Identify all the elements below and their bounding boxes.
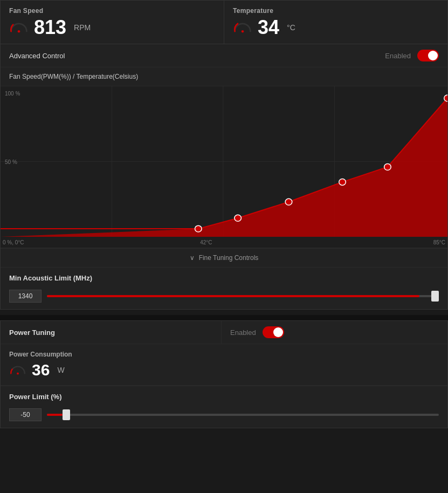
power-tuning-label: Power Tuning — [1, 323, 221, 342]
power-tuning-enabled-cell: Enabled — [221, 321, 447, 344]
toggle-knob — [428, 51, 438, 60]
x-label-right: 85°C — [433, 239, 445, 245]
chart-point — [235, 215, 242, 221]
chart-point — [444, 95, 447, 101]
x-label-middle: 42°C — [200, 239, 212, 245]
power-value-number: 36 — [32, 362, 50, 378]
chart-point — [195, 225, 202, 232]
fine-tuning-row[interactable]: ∨ Fine Tuning Controls — [1, 248, 447, 267]
y-label-100: 100 % — [5, 91, 20, 97]
min-acoustic-thumb[interactable] — [431, 291, 439, 302]
power-limit-track[interactable] — [47, 414, 439, 416]
power-tuning-toggle[interactable] — [263, 326, 284, 338]
chevron-down-icon: ∨ — [190, 254, 195, 262]
temperature-gauge-icon — [233, 18, 252, 37]
power-limit-thumb[interactable] — [63, 409, 70, 420]
power-consumption-value: 36 W — [9, 361, 439, 379]
chart-svg — [1, 86, 447, 248]
svg-point-1 — [242, 30, 244, 33]
power-tuning-status: Enabled — [230, 328, 256, 337]
power-toggle-knob — [273, 327, 283, 337]
y-label-50: 50 % — [5, 159, 17, 165]
svg-point-0 — [18, 30, 20, 33]
min-acoustic-title: Min Acoustic Limit (MHz) — [9, 274, 439, 282]
power-limit-section: Power Limit (%) -50 — [1, 386, 447, 428]
temperature-label: Temperature — [233, 7, 439, 15]
advanced-control-status: Enabled — [385, 52, 411, 60]
advanced-control-right: Enabled — [385, 50, 439, 61]
chart-title: Fan Speed(PWM(%)) / Temperature(Celsius) — [1, 67, 447, 86]
fan-speed-value: 813 RPM — [9, 18, 215, 37]
temperature-value: 34 °C — [233, 18, 439, 37]
fan-speed-label: Fan Speed — [9, 7, 215, 15]
power-tuning-section: Power Tuning Enabled Power Consumption 3… — [0, 320, 448, 428]
fan-speed-number: 813 — [34, 18, 66, 37]
chart-fill — [1, 98, 447, 237]
min-acoustic-value: 1340 — [9, 290, 42, 303]
power-gauge-icon — [9, 361, 26, 379]
min-acoustic-section: Min Acoustic Limit (MHz) 1340 — [1, 267, 447, 309]
temperature-unit: °C — [287, 23, 295, 32]
power-tuning-header: Power Tuning Enabled — [1, 321, 447, 344]
chart-point — [285, 198, 292, 205]
advanced-control-label: Advanced Control — [9, 52, 385, 60]
fan-curve-chart[interactable]: 100 % 50 % 0 %, 0°C 42°C 85°C — [1, 86, 447, 248]
power-limit-fill — [47, 414, 63, 416]
fan-speed-box: Fan Speed 813 RPM — [1, 1, 224, 44]
temperature-number: 34 — [258, 18, 279, 37]
advanced-control-row: Advanced Control Enabled — [1, 44, 447, 67]
fan-speed-unit: RPM — [74, 23, 91, 32]
temperature-box: Temperature 34 °C — [224, 1, 447, 44]
fine-tuning-label: Fine Tuning Controls — [199, 254, 259, 262]
power-value-unit: W — [57, 366, 64, 374]
svg-point-6 — [17, 372, 19, 374]
power-consumption-label: Power Consumption — [9, 351, 439, 358]
chart-point — [384, 164, 391, 170]
power-consumption-row: Power Consumption 36 W — [1, 344, 447, 386]
power-limit-slider-row: -50 — [9, 408, 439, 421]
advanced-control-toggle[interactable] — [417, 50, 439, 61]
min-acoustic-fill — [47, 295, 419, 297]
min-acoustic-slider-row: 1340 — [9, 290, 439, 303]
chart-point — [339, 179, 346, 185]
x-label-left: 0 %, 0°C — [3, 239, 24, 245]
min-acoustic-track[interactable] — [47, 295, 439, 297]
section-separator — [0, 315, 448, 320]
power-limit-title: Power Limit (%) — [9, 393, 439, 401]
fan-gauge-icon — [9, 18, 29, 37]
power-limit-value: -50 — [9, 408, 42, 421]
